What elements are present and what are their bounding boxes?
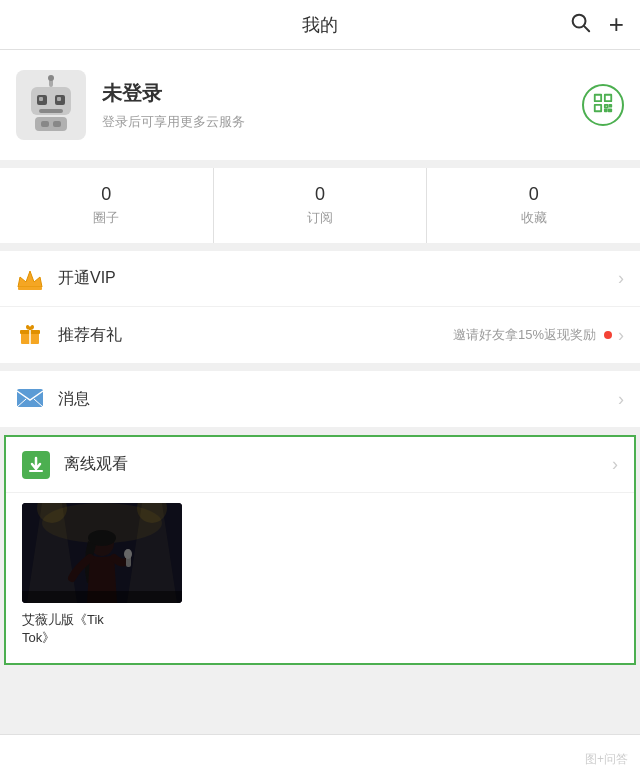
avatar [16,70,86,140]
chevron-icon: › [618,268,624,289]
recommend-label: 推荐有礼 [58,325,453,346]
menu-section-2: 消息 › [0,371,640,427]
header-icon-group: + [569,9,624,40]
svg-rect-14 [605,94,611,100]
recommend-dot [604,331,612,339]
stat-subscriptions[interactable]: 0 订阅 [214,168,428,243]
svg-rect-7 [39,97,43,101]
offline-section: 离线观看 › [4,435,636,665]
profile-name[interactable]: 未登录 [102,80,624,107]
profile-info: 未登录 登录后可享用更多云服务 [102,80,624,131]
svg-rect-36 [22,591,182,603]
chevron-icon-2: › [618,325,624,346]
header: 我的 + [0,0,640,50]
menu-section-1: 开通VIP › 推荐有礼 邀请好友拿15%返现奖励 › [0,251,640,363]
menu-item-vip[interactable]: 开通VIP › [0,251,640,307]
svg-rect-17 [609,104,611,106]
profile-section: 未登录 登录后可享用更多云服务 [0,50,640,160]
video-image [22,503,182,603]
crown-icon [16,265,44,293]
stats-section: 0 圈子 0 订阅 0 收藏 [0,168,640,243]
svg-rect-12 [53,121,61,127]
bottom-bar: 图+问答 [0,734,640,784]
svg-rect-8 [57,97,61,101]
message-label: 消息 [58,389,618,410]
svg-rect-9 [39,109,63,113]
svg-rect-15 [595,104,601,110]
gift-icon [16,321,44,349]
svg-rect-13 [595,94,601,100]
download-icon [22,451,50,479]
qr-icon [592,92,614,119]
stat-circles[interactable]: 0 圈子 [0,168,214,243]
search-icon[interactable] [569,11,591,39]
svg-rect-25 [29,470,43,472]
message-icon [16,385,44,413]
chevron-icon-3: › [618,389,624,410]
qr-button[interactable] [582,84,624,126]
header-title: 我的 [302,13,338,37]
subscriptions-count: 0 [214,184,427,205]
stat-favorites[interactable]: 0 收藏 [427,168,640,243]
svg-rect-16 [605,104,608,107]
svg-rect-20 [18,287,42,290]
svg-point-3 [48,75,54,81]
offline-header[interactable]: 离线观看 › [6,437,634,493]
menu-item-message[interactable]: 消息 › [0,371,640,427]
svg-rect-24 [17,389,43,407]
vip-label: 开通VIP [58,268,618,289]
svg-line-1 [584,26,589,31]
video-thumbnail[interactable] [22,503,182,603]
favorites-label: 收藏 [427,209,640,227]
watermark-text: 图+问答 [585,751,628,768]
add-icon[interactable]: + [609,9,624,40]
video-caption: 艾薇儿版《TikTok》 [22,611,182,647]
svg-rect-18 [605,109,607,111]
circles-label: 圈子 [0,209,213,227]
recommend-sub: 邀请好友拿15%返现奖励 [453,326,596,344]
svg-rect-11 [41,121,49,127]
menu-item-recommend[interactable]: 推荐有礼 邀请好友拿15%返现奖励 › [0,307,640,363]
svg-rect-19 [609,109,612,111]
profile-subtitle: 登录后可享用更多云服务 [102,113,624,131]
offline-label: 离线观看 [64,454,612,475]
svg-rect-10 [35,117,67,131]
video-thumbnail-container: 艾薇儿版《TikTok》 [6,493,634,663]
circles-count: 0 [0,184,213,205]
svg-point-35 [124,549,132,559]
subscriptions-label: 订阅 [214,209,427,227]
favorites-count: 0 [427,184,640,205]
chevron-icon-4: › [612,454,618,475]
